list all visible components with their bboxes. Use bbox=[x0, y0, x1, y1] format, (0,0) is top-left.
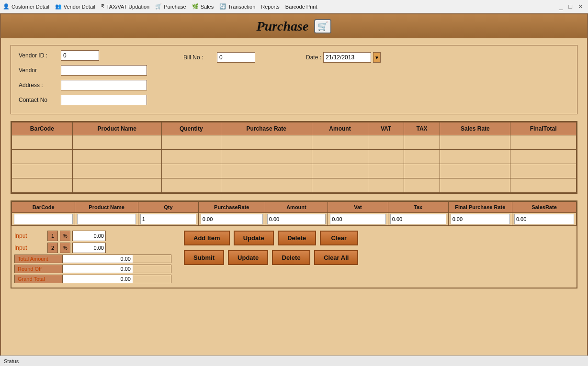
input2-label: Input bbox=[14, 244, 45, 251]
input-col-purchase-rate: PurchaseRate bbox=[198, 202, 265, 213]
input-vat[interactable] bbox=[330, 214, 386, 224]
input-qty[interactable] bbox=[140, 214, 196, 224]
col-final-total: FinalTotal bbox=[510, 122, 577, 135]
bill-input[interactable] bbox=[217, 52, 255, 63]
update-button[interactable]: Update bbox=[234, 231, 274, 245]
input1-value[interactable] bbox=[72, 231, 106, 241]
address-label: Address : bbox=[19, 82, 57, 89]
vendor-name-label: Vendor bbox=[19, 67, 57, 74]
bill-row: Bill No : bbox=[183, 52, 255, 63]
input1-num: 1 bbox=[47, 231, 58, 241]
vendor-id-row: Vendor ID : bbox=[19, 50, 147, 61]
menu-tax-vat[interactable]: ₹ TAX/VAT Updation bbox=[101, 3, 149, 10]
input-col-product: Product Name bbox=[75, 202, 138, 213]
contact-label: Contact No bbox=[19, 97, 57, 103]
input-col-barcode: BarCode bbox=[12, 202, 75, 213]
action-buttons-row2: Submit Update Delete Clear All bbox=[179, 250, 572, 265]
cart-icon: 🛒 bbox=[314, 19, 331, 33]
menu-reports[interactable]: Reports bbox=[261, 4, 280, 10]
table-row bbox=[12, 150, 577, 164]
contact-row: Contact No bbox=[19, 95, 147, 105]
input-barcode[interactable] bbox=[14, 214, 73, 224]
clear-all-button[interactable]: Clear All bbox=[314, 250, 358, 265]
title-bar: 👤 Customer Detail 👥 Vendor Detail ₹ TAX/… bbox=[0, 0, 588, 13]
input-col-final-purchase-rate: Final Purchase Rate bbox=[448, 202, 512, 213]
input1-row: Input 1 % bbox=[14, 231, 171, 241]
input1-label: Input bbox=[14, 233, 45, 239]
menu-purchase[interactable]: 🛒 Purchase bbox=[155, 3, 186, 10]
bill-section: Bill No : bbox=[183, 52, 255, 63]
tax-icon: ₹ bbox=[101, 3, 104, 10]
status-label: Status bbox=[4, 358, 19, 364]
input-col-qty: Qty bbox=[138, 202, 198, 213]
table-row bbox=[12, 164, 577, 178]
menu-transaction[interactable]: 🔄 Transaction bbox=[219, 3, 255, 10]
vendor-fields: Vendor ID : Vendor Address : Contact No bbox=[19, 50, 147, 107]
col-sales-rate: Sales Rate bbox=[440, 122, 510, 135]
purchase-icon: 🛒 bbox=[155, 3, 162, 10]
delete2-button[interactable]: Delete bbox=[272, 250, 310, 265]
grand-total-value[interactable] bbox=[63, 275, 133, 283]
grand-total-row: Grand Total bbox=[14, 275, 171, 283]
add-item-button[interactable]: Add Item bbox=[184, 231, 230, 245]
input-purchase-rate[interactable] bbox=[201, 214, 263, 224]
table-row bbox=[12, 135, 577, 150]
menu-vendor-detail[interactable]: 👥 Vendor Detail bbox=[55, 3, 95, 10]
vendor-id-input[interactable] bbox=[61, 50, 99, 61]
menu-sales[interactable]: 🌿 Sales bbox=[192, 3, 214, 10]
minimize-button[interactable]: _ bbox=[557, 3, 565, 10]
contact-input[interactable] bbox=[61, 95, 147, 105]
input-col-sales-rate: SalesRate bbox=[512, 202, 576, 213]
right-controls: Add Item Update Delete Clear Submit Upda… bbox=[174, 228, 577, 288]
input-section: BarCode Product Name Qty PurchaseRate Am… bbox=[11, 200, 577, 288]
sales-icon: 🌿 bbox=[192, 3, 199, 10]
total-amount-row: Total Amount bbox=[14, 255, 171, 263]
date-dropdown[interactable]: ▼ bbox=[373, 52, 381, 63]
input2-row: Input 2 % bbox=[14, 243, 171, 253]
input-tax[interactable] bbox=[390, 214, 446, 224]
close-button[interactable]: ✕ bbox=[576, 3, 585, 10]
date-input[interactable] bbox=[323, 52, 371, 63]
menu-customer-detail[interactable]: 👤 Customer Detail bbox=[3, 3, 49, 10]
col-product-name: Product Name bbox=[72, 122, 161, 135]
input2-pct: % bbox=[60, 243, 70, 253]
bill-label: Bill No : bbox=[183, 54, 207, 61]
main-window: Purchase 🛒 Vendor ID : Vendor Ad bbox=[0, 13, 588, 366]
input2-value[interactable] bbox=[72, 243, 106, 253]
input-sales-rate[interactable] bbox=[514, 214, 574, 224]
vendor-name-input[interactable] bbox=[61, 65, 147, 76]
submit-button[interactable]: Submit bbox=[184, 250, 224, 265]
input-product-name[interactable] bbox=[77, 214, 136, 224]
vendor-id-label: Vendor ID : bbox=[19, 52, 57, 59]
address-input[interactable] bbox=[61, 80, 147, 90]
window-controls: _ □ ✕ bbox=[557, 3, 585, 10]
col-vat: VAT bbox=[368, 122, 404, 135]
col-quantity: Quentity bbox=[161, 122, 221, 135]
col-amount: Amount bbox=[312, 122, 368, 135]
clear-button[interactable]: Clear bbox=[320, 231, 358, 245]
input-barcode-row bbox=[12, 213, 577, 226]
address-row: Address : bbox=[19, 80, 147, 90]
menu-barcode[interactable]: Barcode Print bbox=[285, 4, 317, 10]
menu-bar: 👤 Customer Detail 👥 Vendor Detail ₹ TAX/… bbox=[3, 3, 317, 10]
left-controls: Input 1 % Input 2 % Total Amount bbox=[11, 228, 174, 288]
maximize-button[interactable]: □ bbox=[566, 3, 574, 10]
input1-pct: % bbox=[60, 231, 70, 241]
customer-icon: 👤 bbox=[3, 3, 10, 10]
vendor-info-block: Vendor ID : Vendor Address : Contact No bbox=[11, 45, 577, 114]
main-table: BarCode Product Name Quentity Purchase R… bbox=[11, 122, 577, 193]
input-col-vat: Vat bbox=[328, 202, 388, 213]
vendor-name-row: Vendor bbox=[19, 65, 147, 76]
table-row bbox=[12, 178, 577, 193]
total-amount-value[interactable] bbox=[63, 255, 133, 263]
main-table-section: BarCode Product Name Quentity Purchase R… bbox=[11, 121, 577, 194]
date-section: Date : ▼ bbox=[292, 52, 381, 63]
input-amount[interactable] bbox=[267, 214, 326, 224]
input-col-tax: Tax bbox=[388, 202, 448, 213]
input-final-purchase-rate[interactable] bbox=[451, 214, 510, 224]
update2-button[interactable]: Update bbox=[228, 250, 268, 265]
delete-button[interactable]: Delete bbox=[278, 231, 316, 245]
col-tax: TAX bbox=[404, 122, 440, 135]
status-bar: Status bbox=[0, 355, 588, 366]
round-off-value[interactable] bbox=[63, 265, 133, 273]
